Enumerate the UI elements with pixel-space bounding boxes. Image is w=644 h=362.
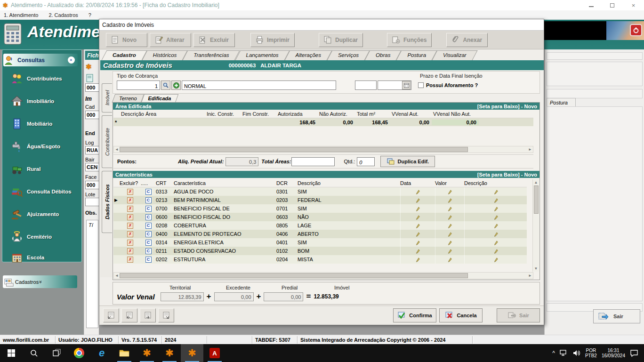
tipo-cobranca-desc-input[interactable] — [182, 80, 336, 90]
characteristic-icon[interactable]: C — [145, 240, 152, 246]
sidebar-item-consulta-debitos[interactable]: Consulta Débitos — [11, 184, 81, 200]
delete-row-icon[interactable]: ✗ — [127, 240, 133, 246]
caract-row[interactable]: ▶ ✗ C 0213 BEM PATRIMONIAL 0203 FEDERAL — [113, 196, 527, 204]
duplicar-button[interactable]: Duplicar — [319, 33, 363, 47]
characteristic-icon[interactable]: C — [145, 214, 152, 220]
novo-button[interactable]: Novo — [106, 33, 147, 47]
pencil-icon[interactable] — [415, 206, 420, 211]
pencil-icon[interactable] — [493, 215, 499, 220]
excluir-button[interactable]: Excluir — [193, 33, 235, 47]
power-button[interactable] — [630, 24, 642, 36]
sidebar-item-contribuintes[interactable]: Contribuintes — [11, 71, 81, 87]
pencil-icon[interactable] — [415, 240, 420, 245]
sidebar-item-mobiliario[interactable]: Mobiliário — [11, 116, 81, 132]
scroll-left-icon[interactable]: ◄ — [115, 147, 119, 152]
delete-row-icon[interactable]: ✗ — [127, 214, 133, 220]
bgform-sair-button[interactable]: Sair — [593, 309, 640, 323]
characteristic-icon[interactable]: C — [145, 189, 152, 195]
add-button[interactable] — [171, 80, 181, 90]
caract-row[interactable]: ✗ C 0600 BENEFICIO FISCAL DO 0603 NÃO — [113, 213, 527, 221]
pencil-icon[interactable] — [447, 249, 452, 254]
first-record-button[interactable] — [103, 308, 119, 322]
taskbar-search-button[interactable] — [23, 344, 45, 362]
clock[interactable]: 16:31 16/09/2024 — [602, 348, 625, 358]
pencil-icon[interactable] — [415, 189, 420, 194]
dialog-tab[interactable]: Postura — [399, 50, 435, 60]
pencil-icon[interactable] — [493, 257, 499, 262]
confirma-button[interactable]: Confirma — [393, 308, 436, 322]
prazo-input[interactable] — [355, 80, 377, 90]
pencil-icon[interactable] — [415, 249, 420, 254]
pencil-icon[interactable] — [447, 232, 452, 237]
next-record-button[interactable] — [140, 308, 156, 322]
pencil-icon[interactable] — [447, 257, 452, 262]
taskbar-explorer[interactable] — [113, 344, 136, 362]
pencil-icon[interactable] — [447, 206, 452, 211]
sidebar-item-escola[interactable]: Escola — [11, 249, 81, 265]
duplica-edif-button[interactable]: Duplica Edif. — [380, 156, 435, 167]
pencil-icon[interactable] — [493, 232, 499, 237]
speaker-icon[interactable] — [573, 350, 580, 356]
characteristic-icon[interactable]: C — [145, 206, 152, 212]
search-button[interactable] — [161, 80, 170, 90]
sidebar-item-agua-esgoto[interactable]: Água/Esgoto — [11, 138, 81, 154]
tipo-cobranca-code-input[interactable] — [117, 80, 160, 90]
area-grid-row[interactable]: * 168,45 0,00 168,45 0,00 0,00 — [113, 118, 533, 126]
maximize-button[interactable] — [602, 0, 623, 10]
dialog-tab[interactable]: Obras — [367, 50, 399, 60]
delete-row-icon[interactable]: ✗ — [127, 189, 133, 195]
close-button[interactable]: × — [623, 0, 644, 10]
menu-item-cadastros[interactable]: 2. Cadastros — [48, 12, 78, 18]
sair-button[interactable]: Sair — [497, 308, 540, 322]
pencil-icon[interactable] — [447, 240, 452, 245]
bgform-postura-tab[interactable]: Postura — [547, 98, 576, 107]
cancela-button[interactable]: Cancela — [439, 308, 483, 322]
caract-row[interactable]: ✗ C 0208 COBERTURA 0805 LAGE — [113, 221, 527, 230]
pencil-icon[interactable] — [493, 206, 499, 211]
taskbar-acrobat[interactable]: A — [203, 344, 226, 362]
last-record-button[interactable] — [158, 308, 174, 322]
dialog-tab[interactable]: Transferências — [185, 50, 237, 60]
pencil-icon[interactable] — [415, 232, 420, 237]
taskbar-fiorilli-3-active[interactable]: ✱ — [181, 344, 203, 362]
subtab[interactable]: Terreno — [113, 94, 143, 103]
characteristic-icon[interactable]: C — [145, 223, 152, 229]
imprimir-button[interactable]: Imprimir — [250, 33, 295, 47]
qtd-input[interactable] — [357, 157, 375, 166]
minimize-button[interactable] — [580, 0, 602, 10]
taskbar-chrome[interactable] — [68, 344, 90, 362]
caract-grid-vscrollbar[interactable]: ▲▼ — [532, 179, 539, 272]
notification-icon[interactable] — [630, 349, 638, 357]
delete-row-icon[interactable]: ✗ — [127, 231, 133, 237]
menu-item-atendimento[interactable]: 1. Atendimento — [4, 12, 38, 18]
characteristic-icon[interactable]: C — [145, 257, 152, 263]
chevron-down-icon[interactable]: « — [37, 280, 43, 283]
pencil-icon[interactable] — [447, 215, 452, 220]
vtab-imovel[interactable]: Imóvel — [102, 83, 112, 113]
taskbar-fiorilli-1[interactable]: ✱ — [136, 344, 158, 362]
pencil-icon[interactable] — [415, 215, 420, 220]
pencil-icon[interactable] — [415, 257, 420, 262]
characteristic-icon[interactable]: C — [145, 197, 152, 203]
total-areas-input[interactable] — [291, 157, 335, 166]
pencil-icon[interactable] — [493, 198, 499, 203]
pencil-icon[interactable] — [493, 223, 499, 228]
pencil-icon[interactable] — [415, 198, 420, 203]
vtab-dados-fisicos[interactable]: Dados Físicos — [102, 171, 112, 233]
dialog-tab[interactable]: Cadastro — [104, 50, 145, 60]
sidebar-group-cadastros[interactable]: Cadastros « — [3, 275, 77, 288]
scroll-thumb[interactable] — [120, 147, 468, 152]
pencil-icon[interactable] — [447, 198, 452, 203]
scroll-left-icon[interactable]: ◄ — [115, 274, 119, 278]
characteristic-icon[interactable]: C — [145, 231, 152, 237]
scroll-up-icon[interactable]: ▲ — [534, 180, 538, 185]
chevron-up-icon[interactable]: « — [68, 56, 75, 64]
alterar-button[interactable]: Alterar — [150, 33, 191, 47]
area-grid-hscrollbar[interactable]: ◄► — [113, 146, 533, 153]
scroll-right-icon[interactable]: ► — [528, 274, 532, 278]
caract-row[interactable]: ✗ C 0313 AGUA DE POCO 0301 SIM — [113, 187, 527, 196]
scroll-right-icon[interactable]: ► — [528, 147, 532, 152]
menu-item-help[interactable]: ? — [89, 12, 91, 18]
subtab[interactable]: Edificada — [143, 94, 177, 103]
language-indicator[interactable]: POR PTB2 — [585, 348, 597, 358]
